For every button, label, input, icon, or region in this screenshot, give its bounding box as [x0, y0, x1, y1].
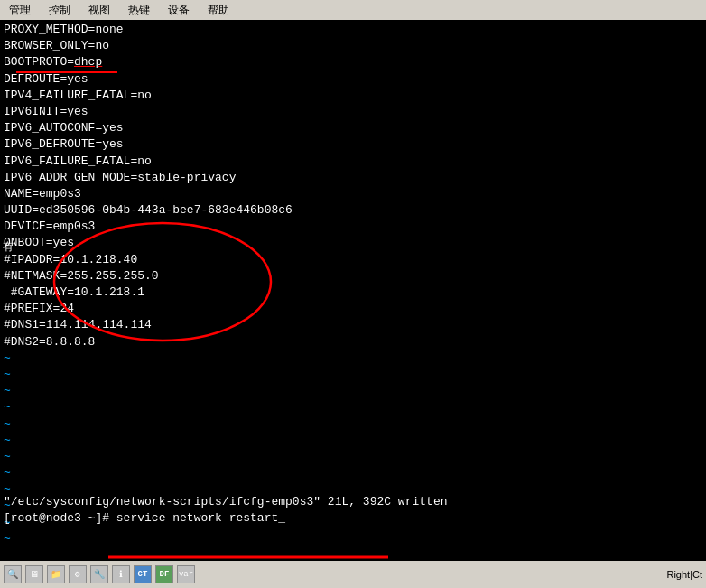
- term-line: ~: [4, 383, 702, 399]
- search-icon[interactable]: 🔍: [4, 565, 22, 583]
- term-line: ONBOOT=yes: [4, 235, 702, 251]
- info-icon[interactable]: ℹ: [112, 565, 130, 583]
- menu-manage[interactable]: 管理: [4, 2, 36, 19]
- menu-view[interactable]: 视图: [83, 2, 116, 19]
- terminal-lines: PROXY_METHOD=noneBROWSER_ONLY=noBOOTPROT…: [4, 22, 702, 547]
- term-line: IPV6_AUTOCONF=yes: [4, 120, 702, 136]
- term-line: NAME=emp0s3: [4, 186, 702, 202]
- term-line: ~: [4, 433, 702, 449]
- term-line: BROWSER_ONLY=no: [4, 38, 702, 54]
- menu-hotkey[interactable]: 热键: [123, 2, 155, 19]
- folder-icon[interactable]: 📁: [47, 565, 65, 583]
- term-line: IPV6_FAILURE_FATAL=no: [4, 154, 702, 170]
- term-line: DEFROUTE=yes: [4, 71, 702, 88]
- right-label: Right|Ct: [666, 569, 702, 580]
- term-line: #NETMASK=255.255.255.0: [4, 268, 702, 285]
- term-line: #GATEWAY=10.1.218.1: [4, 285, 702, 301]
- term-line: ~: [4, 399, 702, 415]
- term-line: ~: [4, 449, 702, 465]
- term-line: #DNS1=114.114.114.114: [4, 317, 702, 333]
- term-line: IPV6_DEFROUTE=yes: [4, 136, 702, 153]
- term-line: #IPADDR=10.1.218.40: [4, 252, 702, 268]
- menu-bar: 管理 控制 视图 热键 设备 帮助: [0, 0, 706, 20]
- term-line: IPV4_FAILURE_FATAL=no: [4, 88, 702, 104]
- term-line: IPV6INIT=yes: [4, 104, 702, 120]
- menu-control[interactable]: 控制: [43, 2, 76, 19]
- settings-icon[interactable]: ⚙: [69, 565, 87, 583]
- written-status: "/etc/sysconfig/network-scripts/ifcfg-em…: [4, 494, 702, 510]
- term-line: ~: [4, 531, 702, 547]
- term-line: IPV6_ADDR_GEN_MODE=stable-privacy: [4, 170, 702, 186]
- menu-help[interactable]: 帮助: [202, 2, 235, 19]
- statusbar-left: 🔍 🖥 📁 ⚙ 🔧 ℹ CT DF var: [4, 565, 195, 583]
- term-line: ~: [4, 416, 702, 433]
- terminal-bottom: "/etc/sysconfig/network-scripts/ifcfg-em…: [4, 494, 702, 527]
- statusbar-right: Right|Ct: [666, 569, 702, 580]
- term-line: ~: [4, 465, 702, 481]
- status-bar: 🔍 🖥 📁 ⚙ 🔧 ℹ CT DF var Right|Ct: [0, 561, 706, 588]
- term-line: PROXY_METHOD=none: [4, 22, 702, 38]
- menu-device[interactable]: 设备: [163, 2, 195, 19]
- app3-icon[interactable]: var: [177, 565, 195, 583]
- term-line: ~: [4, 350, 702, 367]
- tools-icon[interactable]: 🔧: [90, 565, 108, 583]
- term-line: UUID=ed350596-0b4b-443a-bee7-683e446b08c…: [4, 202, 702, 219]
- command-prompt: [root@node3 ~]# service network restart_: [4, 510, 702, 527]
- term-line: DEVICE=emp0s3: [4, 219, 702, 235]
- term-line: #PREFIX=24: [4, 301, 702, 317]
- terminal-area[interactable]: 有 PROXY_METHOD=noneBROWSER_ONLY=noBOOTPR…: [0, 20, 706, 561]
- term-line: BOOTPROTO=dhcp: [4, 54, 702, 70]
- term-line: #DNS2=8.8.8.8: [4, 334, 702, 350]
- app2-icon[interactable]: DF: [155, 565, 173, 583]
- app1-icon[interactable]: CT: [134, 565, 152, 583]
- term-line: ~: [4, 367, 702, 383]
- network-icon[interactable]: 🖥: [25, 565, 43, 583]
